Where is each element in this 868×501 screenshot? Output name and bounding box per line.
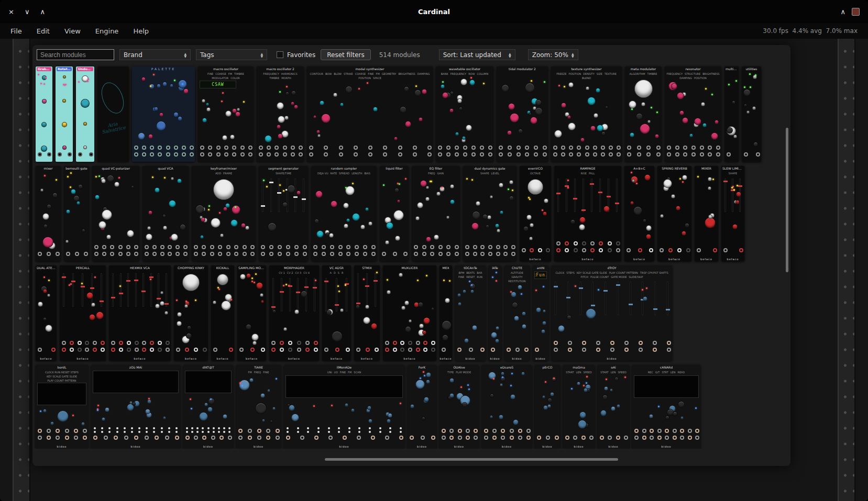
- module-card-mixer[interactable]: mixer: [36, 166, 61, 261]
- module-card-morphader[interactable]: MORPHADERCV 1CV 2CV 3CV 4befaco: [269, 265, 319, 361]
- module-card-stmix[interactable]: STMIXbefaco: [354, 265, 380, 361]
- module-card-chute[interactable]: ChUTEALTITUDEGRAVITYRESTITUTIONbidoo: [504, 265, 530, 361]
- module-card-quad-vc-polarizer[interactable]: quad VC-polarizer: [92, 166, 139, 261]
- module-card-slew-limiter[interactable]: SLEW LIMITERSHAPEbefaco: [721, 166, 744, 261]
- jack: [194, 348, 198, 352]
- knob: [285, 92, 289, 95]
- knob: [154, 107, 158, 111]
- slider-track: [63, 273, 64, 307]
- module-card-evenvco[interactable]: evenVCOOCTAVEbefaco: [520, 166, 551, 261]
- module-card-rotatoes[interactable]: Rotatoes: [56, 66, 73, 162]
- module-card-tidal-modulator-2[interactable]: tidal modulator 2: [497, 66, 548, 162]
- module-card-sampling-modulator[interactable]: SAMPLING MODULATORbefaco: [237, 265, 266, 361]
- module-card-percall[interactable]: PERCALLbefaco: [60, 265, 106, 361]
- module-card-blank[interactable]: Aria Salvatrice: [97, 66, 129, 162]
- module-card-wavetable-oscillator[interactable]: wavetable oscillatorBANKFREQUENCYROWCOLU…: [436, 66, 493, 162]
- module-card-limonade[interactable]: lIMonADeUNII/OFINEFMSCANbidoo: [284, 365, 404, 449]
- keypad-button: [191, 427, 193, 429]
- module-card-antn[interactable]: antNMaxFun.TFbidoo: [533, 265, 548, 361]
- reset-filters-button[interactable]: Reset filters: [321, 49, 371, 60]
- module-card-dikt-t[interactable]: dIKT@Tbidoo: [183, 365, 233, 449]
- module-card-undular[interactable]: UnduLaR: [76, 66, 94, 162]
- module-card-palette[interactable]: PALETTE: [132, 66, 195, 162]
- module-card-muxlicer[interactable]: MUXLICERbefaco: [383, 265, 436, 361]
- module-card-texture-synthesizer[interactable]: texture synthesizerFREEZEPOSITIONDENSITY…: [551, 66, 622, 162]
- module-sublabels: FREQGAIN: [412, 172, 459, 175]
- module-card-dual-atenuverter[interactable]: DUAL ATENUVERTERbefaco: [36, 265, 57, 361]
- module-card-spring-reverb[interactable]: SPRING REVERBbefaco: [657, 166, 691, 261]
- knob: [331, 201, 337, 207]
- module-card-tiare[interactable]: TiAREFMFREQFINEbidoo: [236, 365, 281, 449]
- module-card-macro-oscillator[interactable]: macro oscillatorFINECOARSEFMTIMBREMODULA…: [198, 66, 254, 162]
- menu-engine[interactable]: Engine: [95, 27, 119, 35]
- module-card-random-sampler[interactable]: random samplerDEJA VURATESPREADLENGTHBIA…: [311, 166, 377, 261]
- module-card-late[interactable]: lATebidoo: [489, 265, 501, 361]
- search-input[interactable]: [37, 49, 114, 60]
- module-card-grabby[interactable]: Grabby: [36, 66, 52, 162]
- module-sublabel: LEVEL: [491, 172, 499, 175]
- module-card-hexmix-vca[interactable]: HEXMIX VCAbefaco: [109, 265, 171, 361]
- app-window: × ∨ ∧ Cardinal ∧ File Edit View Engine H…: [0, 0, 868, 501]
- module-card-a-b-c[interactable]: A+B+Cbefaco: [624, 166, 654, 261]
- favorites-toggle[interactable]: Favorites: [277, 51, 315, 59]
- module-display: CSAW: [200, 81, 236, 88]
- module-card-utilities[interactable]: utilities: [742, 66, 761, 162]
- jack: [675, 146, 679, 150]
- horizontal-scrollbar[interactable]: [325, 458, 618, 461]
- favorites-checkbox[interactable]: [277, 51, 283, 58]
- module-card-meta-modulator[interactable]: meta modulatorALGORITHMTIMBRE: [625, 66, 662, 162]
- module-card-bordl[interactable]: bordLCLOCK RUN RESET STEPSKEY SCALE GATE…: [36, 365, 88, 449]
- module-card-keyframer-mixer[interactable]: keyframer/mixerADDFRAME: [192, 166, 256, 261]
- jack: [118, 245, 123, 249]
- module-card-tocante[interactable]: tOCAnTeBPMBEATSBARFINERESETRUNbidoo: [455, 265, 486, 361]
- module-card-ouaive[interactable]: OUAIveTYPEPLAY MODEbidoo: [440, 365, 479, 449]
- close-button[interactable]: ×: [8, 8, 14, 16]
- module-card-fork[interactable]: ForKbidoo: [408, 365, 436, 449]
- module-card-liquid-filter[interactable]: liquid filter: [380, 166, 409, 261]
- brand-dropdown[interactable]: Brand ▲▼: [119, 49, 191, 60]
- module-card-bernoulli-gate[interactable]: bernoulli gate: [64, 166, 89, 261]
- module-card-magma[interactable]: maGmaSTARTLENSPEEDbidoo: [563, 365, 595, 449]
- keep-above-icon[interactable]: ∧: [840, 8, 845, 16]
- module-card-segment-generator[interactable]: segment generatorSHAPE/TIME: [259, 166, 308, 261]
- menu-file[interactable]: File: [10, 27, 22, 35]
- module-card-macro-oscillator-2[interactable]: macro oscillator 2FREQUENCYHARMONICSTIMB…: [257, 66, 304, 162]
- menu-edit[interactable]: Edit: [37, 27, 50, 35]
- module-card-perco[interactable]: pErCObidoo: [535, 365, 560, 449]
- module-card-eq-filter[interactable]: EQ filterFREQGAIN: [412, 166, 460, 261]
- menu-help[interactable]: Help: [133, 27, 149, 35]
- tags-dropdown[interactable]: Tags ▲▼: [196, 49, 267, 60]
- vertical-scrollbar[interactable]: [786, 128, 788, 272]
- jack: [680, 429, 684, 433]
- zoom-dropdown[interactable]: Zoom: 50% ▲▼: [528, 49, 578, 60]
- module-card-multiples[interactable]: multiples: [724, 66, 739, 162]
- led-icon: [217, 287, 219, 288]
- module-card-vc-adsr[interactable]: VC ADSRADSRbefaco: [322, 265, 351, 361]
- module-card-chopping-kinky[interactable]: CHOPPING KINKYbefaco: [174, 265, 208, 361]
- knob: [542, 321, 546, 325]
- module-card-dtroy[interactable]: dTrOYCLOCKSTEPSKEY SCALE GATE SLIDEPLAY …: [552, 265, 672, 361]
- sort-dropdown[interactable]: Sort: Last updated ▲▼: [439, 49, 515, 60]
- menu-view[interactable]: View: [64, 27, 81, 35]
- module-sublabel: LEN: [671, 371, 676, 374]
- module-card-modal-synthesizer[interactable]: modal synthesizerCONTOURBOWBLOWSTRIKECOA…: [307, 66, 433, 162]
- minimize-button[interactable]: ∨: [25, 8, 30, 16]
- module-card-mex[interactable]: MEXbefaco: [440, 265, 452, 361]
- module-card-dual-dynamics-gate[interactable]: dual dynamics gateSHAPELEVEL: [463, 166, 517, 261]
- module-card-quad-vca[interactable]: quad VCA: [142, 166, 189, 261]
- module-card-kickall[interactable]: KICKALLbefaco: [211, 265, 234, 361]
- module-card-mixer[interactable]: MIXERbefaco: [695, 166, 718, 261]
- module-card-edsaros[interactable]: eDsaroSbidoo: [482, 365, 532, 449]
- module-sublabel: START: [600, 371, 608, 374]
- module-card-oa[interactable]: oAïSTARTLENSPEEDbidoo: [598, 365, 629, 449]
- jack: [421, 436, 425, 440]
- module-card-canard[interactable]: cANARdRECG/TSTRTLENREADbidoo: [632, 365, 700, 449]
- module-card-rampage[interactable]: RAMPAGERISEFALLbefaco: [554, 166, 621, 261]
- module-card-zo-ma[interactable]: zOù MAïbidoo: [91, 365, 180, 449]
- knob: [423, 317, 430, 324]
- slider-track: [272, 278, 274, 311]
- module-card-resonator[interactable]: resonatorFREQUENCYSTRUCTUREBRIGHTNESSDAM…: [665, 66, 721, 162]
- knob: [255, 403, 267, 414]
- maximize-button[interactable]: ∧: [40, 8, 45, 16]
- knob: [529, 113, 532, 116]
